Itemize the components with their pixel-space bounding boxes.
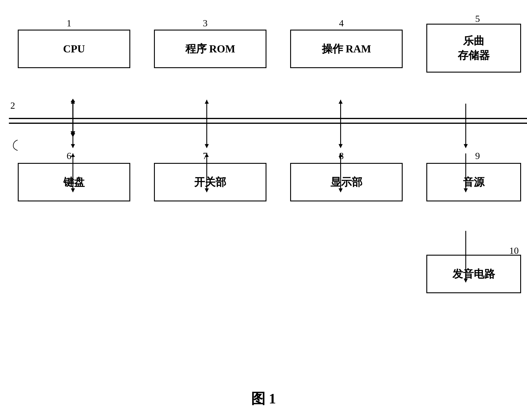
ref-4: 4 bbox=[339, 18, 344, 29]
svg-marker-13 bbox=[71, 153, 75, 157]
ram-block: 操作 RAM bbox=[290, 30, 403, 68]
svg-marker-23 bbox=[339, 144, 343, 148]
rom-label: 程序 ROM bbox=[185, 42, 235, 56]
svg-marker-17 bbox=[205, 144, 209, 148]
sound-label: 音源 bbox=[463, 175, 484, 190]
svg-marker-11 bbox=[71, 144, 75, 148]
figure-title: 图 1 bbox=[251, 391, 276, 406]
music-block: 乐曲存储器 bbox=[426, 24, 521, 73]
figure-caption: 图 1 bbox=[251, 389, 276, 408]
bus-line-bottom bbox=[9, 123, 527, 124]
svg-marker-28 bbox=[464, 144, 468, 148]
svg-marker-5 bbox=[70, 131, 75, 136]
switch-label: 开关部 bbox=[194, 175, 226, 190]
svg-marker-22 bbox=[339, 100, 343, 104]
ref-5: 5 bbox=[475, 13, 480, 24]
ref-2: 2 bbox=[10, 100, 15, 111]
ref-7: 7 bbox=[203, 150, 208, 161]
cpu-block: CPU bbox=[18, 30, 130, 68]
circuit-label: 发音电路 bbox=[452, 267, 495, 281]
cpu-label: CPU bbox=[63, 43, 85, 55]
rom-block: 程序 ROM bbox=[154, 30, 266, 68]
switch-block: 开关部 bbox=[154, 163, 266, 201]
svg-marker-8 bbox=[70, 133, 75, 137]
diagram: 1 3 4 5 CPU 程序 ROM 操作 RAM 乐曲存储器 2 6 7 8 … bbox=[9, 12, 518, 396]
ref-6: 6 bbox=[67, 150, 71, 161]
ref-8: 8 bbox=[339, 150, 344, 161]
ref-3: 3 bbox=[203, 18, 208, 29]
display-block: 显示部 bbox=[290, 163, 403, 201]
svg-marker-16 bbox=[205, 100, 209, 104]
display-label: 显示部 bbox=[330, 175, 362, 190]
ref-1: 1 bbox=[67, 18, 71, 29]
music-label: 乐曲存储器 bbox=[458, 34, 490, 63]
svg-marker-7 bbox=[70, 99, 75, 102]
keyboard-label: 键盘 bbox=[63, 175, 85, 190]
keyboard-block: 键盘 bbox=[18, 163, 130, 201]
ram-label: 操作 RAM bbox=[322, 42, 371, 56]
svg-marker-10 bbox=[71, 100, 75, 104]
sound-block: 音源 bbox=[426, 163, 521, 201]
ref-9: 9 bbox=[475, 150, 480, 161]
circuit-block: 发音电路 bbox=[426, 255, 521, 293]
bus-line-top bbox=[9, 118, 527, 119]
